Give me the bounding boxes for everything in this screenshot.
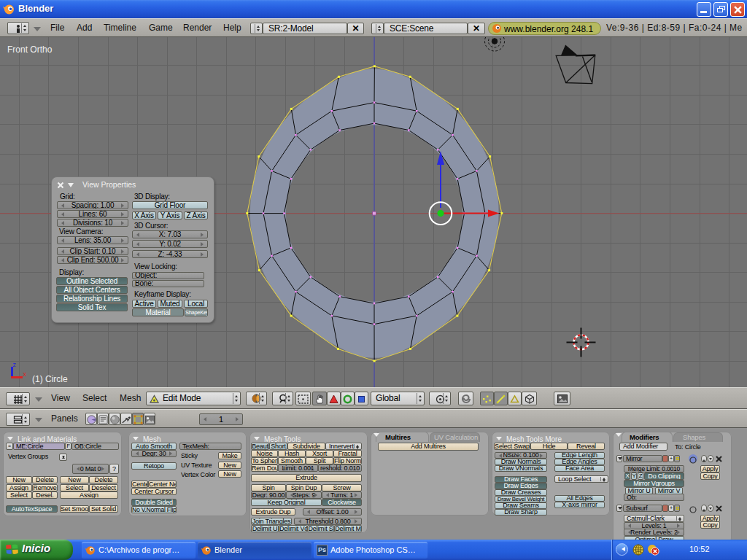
svg-text:Front Ortho: Front Ortho: [7, 44, 53, 55]
svg-text:z: z: [13, 361, 17, 368]
svg-text:(1) Circle: (1) Circle: [32, 374, 68, 384]
svg-text:x: x: [23, 370, 27, 378]
